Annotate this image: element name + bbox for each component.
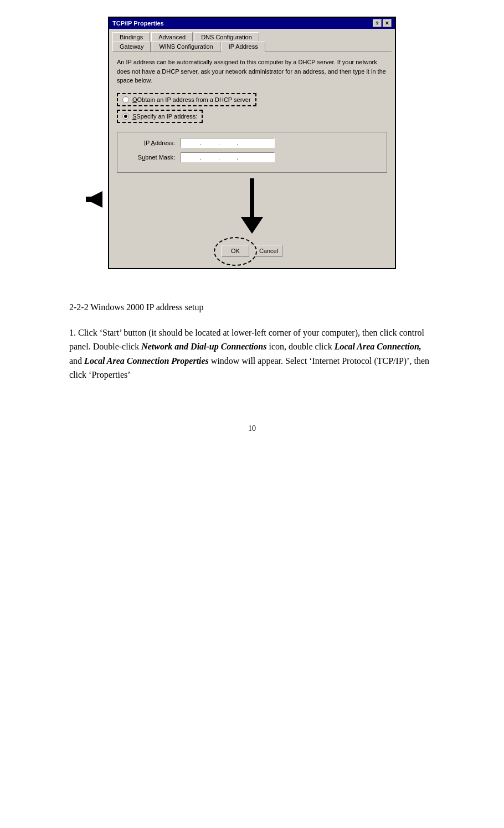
tcpip-dialog: TCP/IP Properties ? ✕ Bindings Advanced …: [108, 17, 396, 269]
arrow-down-container: [117, 178, 387, 234]
dialog-buttons: OK Cancel: [117, 239, 387, 263]
description-text: An IP address can be automatically assig…: [117, 58, 387, 85]
svg-rect-1: [86, 197, 102, 202]
ip-address-label: IP Address:: [125, 140, 175, 146]
arrow-left-icon: [75, 186, 102, 213]
ip-seg1[interactable]: [183, 140, 200, 146]
page-number: 10: [248, 424, 256, 433]
tab-row-2: Gateway WINS Configuration IP Address: [109, 42, 395, 52]
tab-gateway[interactable]: Gateway: [112, 42, 151, 52]
arrow-down-icon: [241, 178, 263, 234]
radio-group: OObtain an IP address from a DHCP server…: [117, 93, 387, 123]
subnet-mask-input-group: . . .: [181, 152, 275, 162]
help-button[interactable]: ?: [373, 19, 382, 27]
ip-seg2[interactable]: [202, 140, 218, 146]
subnet-seg3[interactable]: [220, 154, 236, 161]
dialog-titlebar: TCP/IP Properties ? ✕: [109, 18, 395, 29]
subnet-seg1[interactable]: [183, 154, 200, 161]
screenshot-wrapper: TCP/IP Properties ? ✕ Bindings Advanced …: [97, 17, 407, 269]
ip-address-row: IP Address: . . .: [125, 138, 379, 148]
subnet-seg2[interactable]: [202, 154, 218, 161]
subnet-mask-row: Subnet Mask: . . .: [125, 152, 379, 162]
section-heading: 2-2-2 Windows 2000 IP address setup: [69, 302, 435, 312]
tab-row-1: Bindings Advanced DNS Configuration: [109, 29, 395, 42]
subnet-seg4[interactable]: [238, 154, 255, 161]
ip-address-input-group: . . .: [181, 138, 275, 148]
subnet-mask-label: Subnet Mask:: [125, 154, 175, 161]
dialog-body: An IP address can be automatically assig…: [109, 52, 395, 268]
radio-dhcp-circle[interactable]: [122, 96, 129, 103]
titlebar-buttons: ? ✕: [373, 19, 392, 27]
dialog-title: TCP/IP Properties: [112, 20, 164, 27]
cancel-button[interactable]: Cancel: [255, 245, 282, 257]
radio-specify-label: SSpecify an IP address:: [132, 113, 197, 120]
radio-dhcp-option: OObtain an IP address from a DHCP server: [117, 93, 256, 106]
paragraph-1: 1. Click ‘Start’ button (it should be lo…: [69, 326, 435, 382]
ip-seg4[interactable]: [238, 140, 255, 146]
ip-fields-panel: IP Address: . . .: [117, 132, 387, 173]
radio-specify-circle[interactable]: [122, 113, 129, 120]
tab-ip-address[interactable]: IP Address: [222, 42, 265, 52]
tab-bindings[interactable]: Bindings: [112, 32, 150, 42]
svg-rect-2: [250, 178, 254, 220]
text-section: 2-2-2 Windows 2000 IP address setup 1. C…: [69, 302, 435, 391]
close-button[interactable]: ✕: [383, 19, 392, 27]
tab-wins-configuration[interactable]: WINS Configuration: [152, 42, 220, 52]
ok-button[interactable]: OK: [222, 245, 249, 257]
tab-dns-configuration[interactable]: DNS Configuration: [194, 32, 259, 42]
tab-advanced[interactable]: Advanced: [151, 32, 193, 42]
ok-button-wrapper: OK: [222, 245, 249, 257]
radio-dhcp-label: OObtain an IP address from a DHCP server: [132, 96, 251, 103]
page-content: TCP/IP Properties ? ✕ Bindings Advanced …: [58, 17, 446, 433]
svg-marker-3: [241, 217, 263, 234]
radio-specify-option: SSpecify an IP address:: [117, 110, 203, 123]
ip-seg3[interactable]: [220, 140, 236, 146]
